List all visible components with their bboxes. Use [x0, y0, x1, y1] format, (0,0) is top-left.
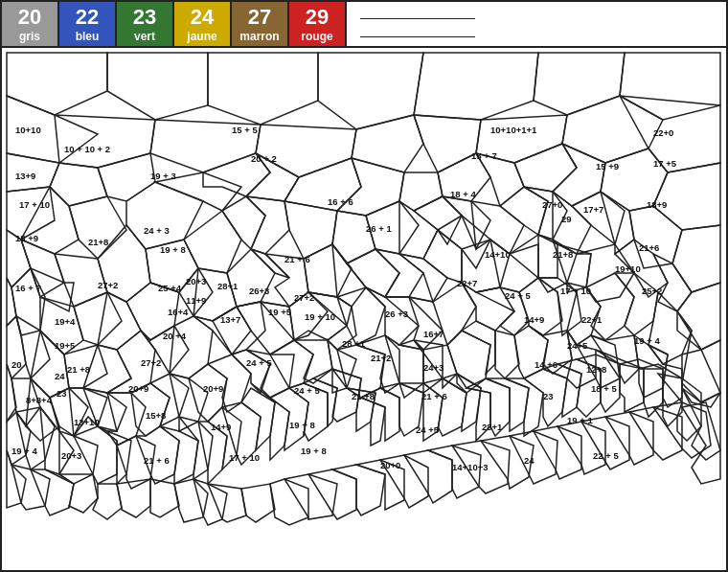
svg-marker-65 — [193, 268, 237, 321]
svg-marker-46 — [399, 201, 438, 259]
svg-marker-8 — [55, 115, 155, 168]
svg-marker-124 — [232, 350, 270, 393]
svg-marker-12 — [7, 187, 55, 240]
svg-marker-102 — [409, 283, 476, 345]
svg-marker-36 — [21, 240, 64, 297]
svg-marker-135 — [462, 321, 495, 374]
svg-marker-6 — [620, 53, 720, 120]
svg-marker-19 — [476, 115, 567, 163]
svg-marker-146 — [16, 407, 55, 469]
svg-marker-91 — [141, 326, 189, 374]
color-box-marron: 27marron — [232, 2, 289, 46]
svg-marker-37 — [55, 254, 107, 307]
svg-marker-99 — [337, 287, 385, 345]
color-box-rouge: 29rouge — [289, 2, 347, 46]
svg-marker-17 — [352, 115, 423, 172]
svg-marker-11 — [98, 153, 155, 201]
svg-marker-175 — [524, 369, 567, 426]
svg-marker-61 — [74, 292, 122, 345]
svg-marker-121 — [170, 374, 208, 431]
svg-marker-77 — [490, 240, 538, 292]
svg-marker-54 — [601, 192, 634, 254]
svg-marker-69 — [304, 244, 352, 297]
puzzle-svg — [2, 48, 726, 570]
svg-marker-196 — [284, 474, 337, 519]
svg-marker-44 — [332, 211, 375, 263]
svg-marker-63 — [126, 283, 179, 340]
svg-marker-78 — [510, 235, 557, 278]
prenom-line — [356, 8, 717, 22]
svg-marker-107 — [567, 283, 601, 345]
svg-marker-29 — [438, 153, 490, 201]
svg-marker-62 — [98, 292, 141, 350]
svg-marker-117 — [83, 388, 126, 431]
svg-marker-141 — [591, 335, 639, 383]
svg-marker-148 — [59, 426, 98, 484]
svg-marker-27 — [337, 158, 404, 216]
svg-marker-93 — [193, 307, 251, 355]
svg-marker-5 — [534, 53, 625, 115]
svg-marker-194 — [241, 484, 275, 522]
svg-marker-43 — [284, 201, 337, 259]
svg-marker-38 — [98, 225, 150, 302]
svg-marker-161 — [289, 383, 328, 441]
svg-marker-42 — [246, 196, 289, 254]
svg-marker-153 — [160, 426, 198, 484]
svg-marker-25 — [246, 153, 299, 201]
svg-marker-126 — [270, 340, 313, 388]
svg-marker-34 — [653, 163, 720, 230]
svg-marker-184 — [7, 450, 26, 508]
svg-marker-20 — [562, 96, 663, 163]
svg-marker-165 — [347, 388, 385, 446]
svg-marker-0 — [7, 53, 107, 115]
svg-marker-98 — [308, 292, 356, 350]
svg-marker-41 — [222, 196, 265, 249]
svg-marker-166 — [361, 388, 399, 441]
color-box-jaune: 24jaune — [174, 2, 232, 46]
svg-marker-73 — [399, 254, 447, 302]
svg-marker-189 — [117, 479, 150, 517]
date-line — [356, 26, 717, 40]
svg-marker-137 — [514, 326, 548, 378]
svg-marker-89 — [83, 345, 131, 393]
svg-marker-16 — [256, 125, 356, 177]
svg-marker-21 — [620, 96, 720, 172]
page-wrapper: 20gris22bleu23vert24jaune27marron29rouge — [0, 0, 728, 572]
svg-marker-127 — [294, 340, 332, 383]
svg-marker-14 — [69, 196, 126, 259]
svg-marker-72 — [375, 249, 423, 297]
svg-marker-179 — [596, 350, 644, 412]
color-box-gris: 20gris — [2, 2, 59, 46]
svg-marker-9 — [7, 153, 59, 192]
svg-marker-1 — [107, 53, 208, 120]
svg-marker-2 — [208, 53, 318, 125]
svg-marker-170 — [443, 374, 481, 431]
svg-marker-186 — [31, 469, 74, 515]
svg-marker-174 — [505, 378, 543, 436]
puzzle-area: 10+1010 + 10 + 215 + 510+10+1+122+013+91… — [2, 48, 726, 570]
header: 20gris22bleu23vert24jaune27marron29rouge — [2, 2, 726, 48]
svg-marker-51 — [524, 187, 567, 240]
svg-marker-202 — [428, 446, 481, 498]
svg-marker-155 — [198, 422, 227, 484]
svg-marker-125 — [246, 350, 294, 398]
svg-marker-136 — [495, 331, 519, 378]
svg-marker-15 — [150, 120, 261, 172]
svg-marker-123 — [208, 355, 251, 412]
color-box-bleu: 22bleu — [59, 2, 117, 46]
svg-marker-193 — [208, 484, 246, 522]
svg-marker-56 — [672, 225, 720, 292]
svg-marker-177 — [557, 359, 601, 417]
svg-marker-33 — [601, 149, 668, 211]
svg-marker-4 — [414, 53, 538, 120]
svg-marker-18 — [414, 115, 481, 172]
svg-marker-105 — [519, 278, 562, 335]
svg-marker-134 — [447, 331, 490, 393]
svg-marker-67 — [251, 249, 289, 278]
svg-marker-7 — [7, 96, 98, 163]
svg-marker-23 — [155, 172, 241, 211]
header-info — [347, 2, 726, 46]
svg-marker-84 — [677, 283, 720, 350]
svg-marker-71 — [347, 249, 399, 297]
svg-marker-76 — [462, 240, 510, 292]
